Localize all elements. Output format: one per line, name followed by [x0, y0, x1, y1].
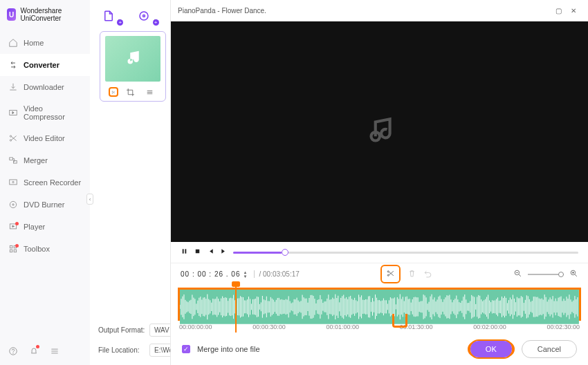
tick: 00:00:30:00 — [252, 324, 286, 330]
crop-button[interactable] — [125, 87, 135, 97]
merge-icon — [8, 156, 18, 165]
editor-footer: ✓ Merge into one file OK Cancel — [171, 330, 588, 365]
brand-name: Wondershare UniConverter — [20, 7, 83, 22]
current-time[interactable]: 00 : 00 : 26 . 06 — [181, 270, 241, 278]
svg-point-8 — [12, 204, 14, 205]
sidebar-item-label: DVD Burner — [24, 200, 64, 209]
add-disc-button[interactable]: +▾ — [138, 10, 156, 24]
next-button[interactable] — [220, 247, 228, 257]
sidebar-item-recorder[interactable]: Screen Recorder — [0, 171, 90, 194]
sidebar-item-label: Toolbox — [24, 245, 50, 253]
cut-button[interactable] — [380, 265, 401, 283]
svg-rect-12 — [10, 250, 12, 252]
svg-point-2 — [10, 140, 11, 141]
svg-point-24 — [387, 274, 389, 276]
svg-point-14 — [10, 348, 17, 355]
duration: / 00:03:05:17 — [254, 270, 299, 278]
stop-button[interactable] — [194, 247, 201, 257]
progress-bar[interactable] — [233, 252, 578, 254]
playback-controls — [171, 242, 588, 263]
sidebar-item-home[interactable]: Home — [0, 32, 90, 54]
brand-logo-icon: U — [7, 8, 16, 21]
svg-rect-5 — [10, 180, 17, 185]
sidebar-item-dvd[interactable]: DVD Burner — [0, 194, 90, 216]
more-button[interactable] — [145, 87, 154, 97]
sidebar-item-label: Converter — [24, 61, 59, 69]
home-icon — [8, 38, 18, 48]
prev-button[interactable] — [207, 247, 214, 257]
svg-rect-4 — [14, 161, 17, 164]
badge-dot — [15, 222, 19, 225]
ok-button[interactable]: OK — [470, 341, 512, 357]
tick: 00:02:00:00 — [473, 324, 506, 330]
zoom-in-button[interactable] — [569, 269, 578, 279]
svg-rect-22 — [196, 250, 200, 254]
output-format-label: Output Format: — [98, 326, 145, 334]
ok-highlight: OK — [468, 341, 515, 357]
svg-rect-20 — [183, 249, 184, 253]
zoom-out-button[interactable] — [513, 269, 522, 279]
merge-label: Merge into one file — [197, 345, 260, 353]
merge-checkbox[interactable]: ✓ — [182, 345, 190, 353]
preview-area — [171, 21, 588, 242]
music-icon — [362, 115, 397, 149]
svg-point-18 — [112, 91, 113, 91]
badge-dot — [36, 345, 39, 348]
sidebar-item-label: Merger — [24, 156, 48, 165]
file-card[interactable] — [100, 31, 166, 102]
sidebar-item-downloader[interactable]: Downloader — [0, 76, 90, 98]
tick: 00:02:30:00 — [546, 324, 580, 330]
svg-point-1 — [10, 135, 11, 137]
svg-rect-13 — [14, 250, 17, 252]
pause-button[interactable] — [181, 247, 188, 257]
sidebar-item-label: Player — [24, 223, 45, 231]
delete-segment-button[interactable] — [407, 269, 416, 279]
svg-point-16 — [140, 12, 148, 20]
cancel-button[interactable]: Cancel — [522, 340, 577, 358]
undo-button[interactable] — [423, 269, 432, 279]
svg-point-17 — [143, 15, 145, 17]
sidebar: U Wondershare UniConverter Home Converte… — [0, 0, 90, 365]
brand: U Wondershare UniConverter — [0, 0, 90, 32]
scissors-icon — [8, 133, 18, 143]
file-location-label: File Location: — [98, 346, 145, 354]
disc-icon — [8, 200, 18, 209]
sidebar-item-label: Video Compressor — [24, 104, 82, 121]
sidebar-item-label: Screen Recorder — [24, 178, 81, 187]
playhead[interactable] — [235, 284, 237, 333]
sidebar-item-toolbox[interactable]: Toolbox — [0, 238, 90, 260]
editor-titlebar: PianoPanda - Flower Dance. ▢ ✕ — [171, 0, 588, 21]
trim-editor: PianoPanda - Flower Dance. ▢ ✕ 00 : 00 :… — [170, 0, 588, 365]
close-button[interactable]: ✕ — [566, 4, 581, 17]
tick: 00:00:00:00 — [179, 324, 212, 330]
sidebar-item-label: Downloader — [24, 83, 64, 91]
recorder-icon — [8, 178, 18, 187]
add-file-button[interactable]: +▾ — [102, 10, 121, 24]
svg-point-23 — [387, 271, 389, 272]
tick: 00:01:00:00 — [327, 324, 360, 330]
sidebar-item-compressor[interactable]: Video Compressor — [0, 98, 90, 127]
sidebar-item-player[interactable]: Player — [0, 216, 90, 238]
menu-icon[interactable] — [50, 346, 59, 358]
download-icon — [8, 82, 18, 92]
svg-rect-3 — [10, 158, 13, 160]
time-stepper[interactable]: ▲▼ — [244, 270, 248, 279]
waveform[interactable]: Segment 1 — [178, 288, 581, 321]
bell-icon[interactable] — [29, 346, 39, 358]
trim-button[interactable] — [109, 87, 118, 97]
file-actions — [111, 87, 154, 97]
sidebar-footer — [0, 339, 90, 365]
sidebar-item-merger[interactable]: Merger — [0, 149, 90, 171]
svg-rect-10 — [10, 245, 12, 248]
svg-point-19 — [112, 93, 113, 93]
sidebar-item-label: Home — [24, 39, 44, 47]
svg-rect-21 — [185, 249, 186, 253]
sidebar-item-converter[interactable]: Converter — [0, 54, 90, 76]
sidebar-item-editor[interactable]: Video Editor — [0, 127, 90, 149]
plus-icon: + — [117, 19, 123, 26]
svg-point-6 — [12, 181, 14, 182]
help-icon[interactable] — [8, 346, 18, 358]
svg-point-7 — [10, 201, 16, 207]
zoom-slider[interactable] — [528, 274, 564, 275]
maximize-button[interactable]: ▢ — [551, 4, 566, 17]
